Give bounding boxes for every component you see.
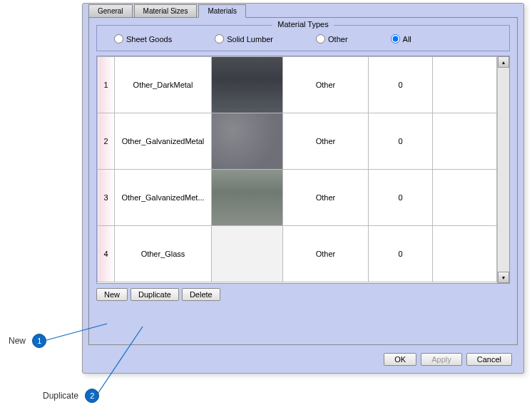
table-row[interactable]: 4Other_GlassOther0 bbox=[98, 226, 497, 282]
radio-solid-lumber[interactable]: Solid Lumber bbox=[215, 34, 273, 43]
material-swatch bbox=[212, 113, 282, 169]
tab-materials[interactable]: Materials bbox=[198, 4, 246, 18]
empty-cell bbox=[433, 113, 497, 170]
callout-duplicate: Duplicate 2 bbox=[43, 389, 99, 403]
table-row[interactable]: 2Other_GalvanizedMetalOther0 bbox=[98, 113, 497, 170]
radio-solid-lumber-label: Solid Lumber bbox=[227, 35, 273, 43]
material-name-cell: Other_Glass bbox=[115, 226, 212, 282]
material-type-cell: Other bbox=[283, 170, 369, 226]
material-type-cell: Other bbox=[283, 226, 369, 282]
cancel-button[interactable]: Cancel bbox=[466, 353, 512, 366]
radio-sheet-goods-label: Sheet Goods bbox=[126, 35, 172, 43]
tab-panel-materials: Material Types Sheet Goods Solid Lumber … bbox=[88, 17, 518, 345]
duplicate-button[interactable]: Duplicate bbox=[131, 288, 179, 301]
tab-strip: General Material Sizes Materials bbox=[88, 4, 523, 17]
vertical-scrollbar[interactable]: ▴ ▾ bbox=[497, 56, 509, 283]
delete-button[interactable]: Delete bbox=[182, 288, 220, 301]
material-swatch-cell bbox=[212, 170, 283, 226]
scroll-down-button[interactable]: ▾ bbox=[498, 272, 509, 283]
radio-sheet-goods[interactable]: Sheet Goods bbox=[114, 34, 172, 43]
dialog-footer: OK Apply Cancel bbox=[384, 353, 512, 366]
radio-other[interactable]: Other bbox=[316, 34, 348, 43]
row-number: 3 bbox=[98, 170, 115, 226]
radio-all-input[interactable] bbox=[391, 34, 400, 43]
ok-button[interactable]: OK bbox=[384, 353, 416, 366]
material-types-radios: Sheet Goods Solid Lumber Other All bbox=[108, 31, 498, 43]
row-number: 1 bbox=[98, 57, 115, 113]
radio-sheet-goods-input[interactable] bbox=[114, 34, 123, 43]
callout-new: New 1 bbox=[9, 334, 46, 348]
callout-duplicate-badge: 2 bbox=[85, 389, 99, 403]
tab-material-sizes[interactable]: Material Sizes bbox=[134, 4, 198, 18]
callout-duplicate-label: Duplicate bbox=[43, 391, 78, 401]
material-name-cell: Other_GalvanizedMet... bbox=[115, 170, 212, 226]
material-swatch-cell bbox=[212, 57, 283, 113]
callout-new-badge: 1 bbox=[32, 334, 46, 348]
material-value-cell: 0 bbox=[369, 170, 433, 226]
empty-cell bbox=[433, 170, 497, 226]
material-value-cell: 0 bbox=[369, 57, 433, 113]
tab-general[interactable]: General bbox=[88, 4, 133, 18]
table-row[interactable]: 3Other_GalvanizedMet...Other0 bbox=[98, 170, 497, 226]
material-types-legend: Material Types bbox=[272, 20, 334, 29]
materials-grid: 1Other_DarkMetalOther02Other_GalvanizedM… bbox=[96, 56, 510, 284]
row-number: 4 bbox=[98, 226, 115, 282]
material-name-cell: Other_GalvanizedMetal bbox=[115, 113, 212, 170]
radio-solid-lumber-input[interactable] bbox=[215, 34, 224, 43]
radio-other-input[interactable] bbox=[316, 34, 325, 43]
material-types-group: Material Types Sheet Goods Solid Lumber … bbox=[96, 25, 510, 51]
material-swatch bbox=[212, 226, 282, 282]
empty-cell bbox=[433, 226, 497, 282]
material-swatch-cell bbox=[212, 226, 283, 282]
callout-new-label: New bbox=[9, 336, 26, 346]
material-type-cell: Other bbox=[283, 113, 369, 170]
apply-button[interactable]: Apply bbox=[421, 353, 462, 366]
material-swatch-cell bbox=[212, 113, 283, 170]
material-name-cell: Other_DarkMetal bbox=[115, 57, 212, 113]
row-number: 2 bbox=[98, 113, 115, 170]
material-type-cell: Other bbox=[283, 57, 369, 113]
radio-other-label: Other bbox=[328, 35, 348, 43]
empty-cell bbox=[433, 57, 497, 113]
grid-actions: New Duplicate Delete bbox=[96, 288, 510, 301]
new-button[interactable]: New bbox=[96, 288, 128, 301]
material-swatch bbox=[212, 170, 282, 225]
radio-all-label: All bbox=[403, 35, 411, 43]
table-row[interactable]: 1Other_DarkMetalOther0 bbox=[98, 57, 497, 113]
materials-dialog: General Material Sizes Materials Materia… bbox=[82, 3, 524, 374]
scroll-up-button[interactable]: ▴ bbox=[498, 56, 509, 68]
material-value-cell: 0 bbox=[369, 113, 433, 170]
radio-all[interactable]: All bbox=[391, 34, 411, 43]
material-swatch bbox=[212, 57, 282, 113]
material-value-cell: 0 bbox=[369, 226, 433, 282]
